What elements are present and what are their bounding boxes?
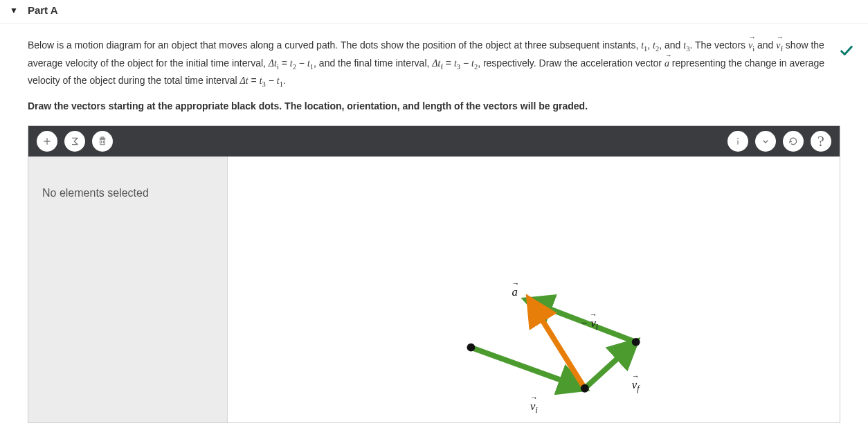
trash-icon	[97, 136, 108, 147]
question-body: Below is a motion diagram for an object …	[0, 23, 868, 423]
svg-text:→: →	[530, 393, 538, 402]
svg-text:→: →	[632, 372, 640, 380]
label-vf: vf →	[632, 372, 640, 393]
delete-button[interactable]	[92, 131, 113, 152]
more-button[interactable]	[755, 131, 776, 152]
correct-check-icon	[839, 43, 854, 60]
help-button[interactable]: ?	[811, 131, 831, 152]
svg-text:→: →	[590, 310, 597, 319]
vf-arrow[interactable]	[585, 345, 633, 389]
svg-text:− vi: − vi	[580, 316, 598, 332]
selection-panel: No elements selected	[28, 157, 228, 422]
label-vi: vi →	[530, 393, 538, 415]
question-icon: ?	[817, 132, 824, 150]
label-a: a →	[512, 279, 519, 298]
sigma-icon	[69, 136, 80, 147]
drawing-canvas[interactable]: a → − vi → vf → vi →	[228, 157, 840, 422]
add-vector-button[interactable]	[37, 131, 57, 152]
vector-workspace: ? No elements selected	[28, 125, 840, 423]
sum-button[interactable]	[64, 131, 85, 152]
svg-text:→: →	[512, 279, 519, 287]
plus-icon	[42, 136, 53, 147]
reset-icon	[788, 136, 799, 147]
workspace-toolbar: ?	[28, 126, 840, 157]
svg-text:vi: vi	[530, 400, 538, 415]
info-icon	[732, 136, 743, 147]
svg-rect-8	[737, 140, 738, 144]
position-dot	[632, 338, 640, 346]
grading-instruction: Draw the vectors starting at the appropr…	[28, 100, 840, 112]
reset-button[interactable]	[783, 131, 804, 152]
part-header: ▼ Part A	[0, 0, 868, 23]
label-neg-vi: − vi →	[580, 310, 598, 332]
info-button[interactable]	[727, 131, 748, 152]
part-title: Part A	[28, 4, 58, 16]
svg-rect-6	[101, 137, 104, 139]
problem-description: Below is a motion diagram for an object …	[28, 37, 840, 91]
svg-rect-2	[100, 139, 105, 144]
svg-point-7	[737, 138, 739, 139]
position-dot	[581, 384, 589, 393]
chevron-down-icon	[760, 136, 771, 147]
collapse-icon[interactable]: ▼	[10, 6, 18, 15]
selection-status: No elements selected	[42, 187, 213, 199]
svg-text:vf: vf	[632, 378, 640, 393]
position-dot	[467, 344, 476, 352]
a-arrow[interactable]	[532, 303, 585, 388]
diagram-svg: a → − vi → vf → vi →	[228, 157, 840, 422]
